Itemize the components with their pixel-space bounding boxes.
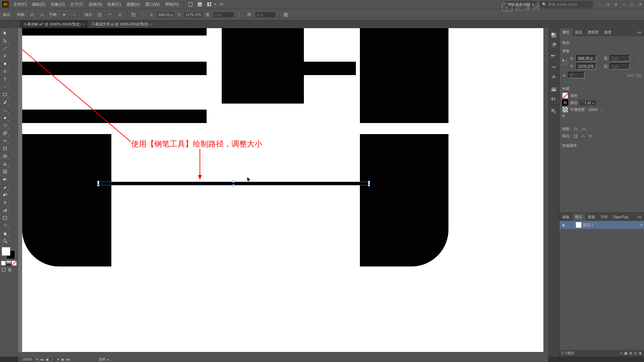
menu-object[interactable]: 对象(O) [48,0,67,9]
panel-menu-icon[interactable]: »≡ [634,29,644,36]
tab-gradient[interactable]: 渐变 [601,28,614,36]
reference-point-icon[interactable] [130,11,137,18]
make-clip-icon[interactable]: ▣ [624,351,627,355]
rectangle-tool[interactable] [1,91,9,98]
scale-tool[interactable] [1,129,9,137]
arrange-icon[interactable] [206,1,213,8]
selected-path[interactable] [99,182,369,185]
horizontal-scrollbar[interactable] [18,352,548,357]
child-maximize[interactable]: ▢ [604,1,612,8]
panel-menu-icon[interactable]: »≡ [634,214,644,220]
stroke-weight-field[interactable]: ⌃1 pt⌄ [580,100,596,105]
close-button[interactable]: ✕ [636,1,644,8]
selection-handle[interactable] [232,184,234,186]
tab-assets[interactable]: 资源 [585,213,598,221]
link-wh-icon[interactable] [140,11,147,18]
isolate-icon[interactable] [282,11,289,18]
shape-builder-tool[interactable] [1,153,9,160]
prop-h-field[interactable] [610,63,630,70]
symbol-sprayer-tool[interactable] [1,199,9,206]
color-mode-none[interactable] [12,261,16,265]
artboard-number[interactable]: 2 [50,357,55,362]
minimize-button[interactable]: ─ [620,1,628,8]
prop-angle-field[interactable] [568,72,585,78]
paintbrush-tool[interactable] [1,99,9,106]
tab-artboards[interactable]: 画板 [559,213,572,221]
more-options-icon[interactable]: ⋯ [638,79,641,83]
layer-name[interactable]: 图层 1 [583,223,593,228]
bridge-icon[interactable]: Br [196,1,204,8]
selection-handle[interactable] [368,184,370,186]
eyedropper-tool[interactable] [1,183,9,191]
menu-file[interactable]: 文件(F) [11,0,29,9]
width-tool[interactable] [1,137,9,144]
link-wh2-icon[interactable] [237,11,244,18]
y-field[interactable]: 1275.375 [184,12,202,17]
tab-inactive[interactable]: 小暑源文件.ai @ 100% (RGB/预览) × [88,20,156,28]
doc-icon[interactable] [187,1,194,8]
menu-type[interactable]: 文字(T) [67,0,86,9]
hand-tool[interactable] [1,230,9,237]
last-artboard-icon[interactable]: ⏭ [66,358,70,361]
maximize-button[interactable]: ▢ [628,1,636,8]
screen-mode-normal[interactable] [1,267,6,273]
vertical-scrollbar[interactable] [543,28,548,352]
connect-path-icon[interactable] [106,11,113,18]
shaper-tool[interactable] [1,106,9,114]
rotate-tool[interactable] [1,122,9,129]
workspace-switcher[interactable]: 传统基本功能 ▼ [505,1,537,8]
menu-window[interactable]: 窗口(W) [143,0,162,9]
lasso-tool[interactable] [1,52,9,60]
fill-swatch[interactable] [562,93,568,99]
cloud-icon[interactable] [218,1,225,8]
flip-v-icon[interactable]: ▽△ [636,73,641,77]
more-options-icon[interactable]: ⋯ [638,119,641,123]
menu-help[interactable]: 帮助(H) [162,0,181,9]
cut-anchor-btn[interactable] [588,134,593,138]
blend-tool[interactable] [1,191,9,198]
edit-toolbar[interactable]: ⋯ [1,274,8,280]
tab-transparency[interactable]: 透明度 [585,28,601,36]
handle-hide-icon[interactable] [71,11,77,18]
tab-active[interactable]: 小暑讲解.ai* @ 1600% (RGB/预览) × [20,20,88,28]
zoom-tool[interactable] [1,237,9,245]
flip-h-icon[interactable]: ▷◁ [628,73,633,77]
fill-color[interactable] [2,247,10,256]
prev-artboard-icon[interactable]: ◀ [46,358,48,361]
first-artboard-icon[interactable]: ⏮ [40,358,44,361]
h-field[interactable]: 0 pt [255,12,275,17]
convert-smooth-btn[interactable] [581,127,587,131]
expand-icon[interactable]: › [573,223,574,227]
w-field[interactable]: 0 pt [214,12,234,17]
link-wh-icon[interactable] [638,58,641,67]
artboard[interactable]: 使用【钢笔工具】绘制路径，调整大小 [22,28,543,352]
artboard-tool[interactable] [1,214,9,222]
artboard-dropdown-icon[interactable]: ▼ [57,358,60,361]
prop-x-field[interactable] [576,55,596,62]
close-icon[interactable]: × [151,22,153,26]
search-stock[interactable]: 🔍 搜索 Adobe Stock [539,1,593,8]
menu-view[interactable]: 视图(V) [124,0,143,9]
convert-smooth-icon[interactable] [39,11,46,18]
child-minimize[interactable]: ─ [596,1,604,8]
convert-corner-btn[interactable] [573,127,579,131]
curvature-tool[interactable] [1,68,9,75]
cut-path-icon[interactable] [116,11,123,18]
tab-opentype[interactable]: OpenTyp [610,214,631,220]
convert-corner-icon[interactable] [29,11,36,18]
color-panel-icon[interactable] [549,31,559,40]
pen-tool[interactable] [1,60,9,67]
fill-stroke-swatches[interactable] [1,246,17,260]
menu-edit[interactable]: 编辑(E) [29,0,48,9]
pathfinder-panel-icon[interactable] [549,107,559,116]
delete-layer-icon[interactable]: 🗑 [639,351,642,355]
opacity-swatch[interactable] [562,107,568,113]
color-guide-icon[interactable] [549,40,559,50]
locate-layer-icon[interactable]: ⌖ [620,351,622,355]
layer-row[interactable]: ◉ › 图层 1 ○ ■ [559,221,644,229]
zoom-dropdown-icon[interactable]: ▼ [36,358,38,361]
remove-anchor-icon[interactable] [96,11,103,18]
color-mode-gradient[interactable] [6,261,11,265]
opacity-value[interactable]: 100% [588,108,598,112]
tab-stroke[interactable]: 描边 [572,28,585,36]
